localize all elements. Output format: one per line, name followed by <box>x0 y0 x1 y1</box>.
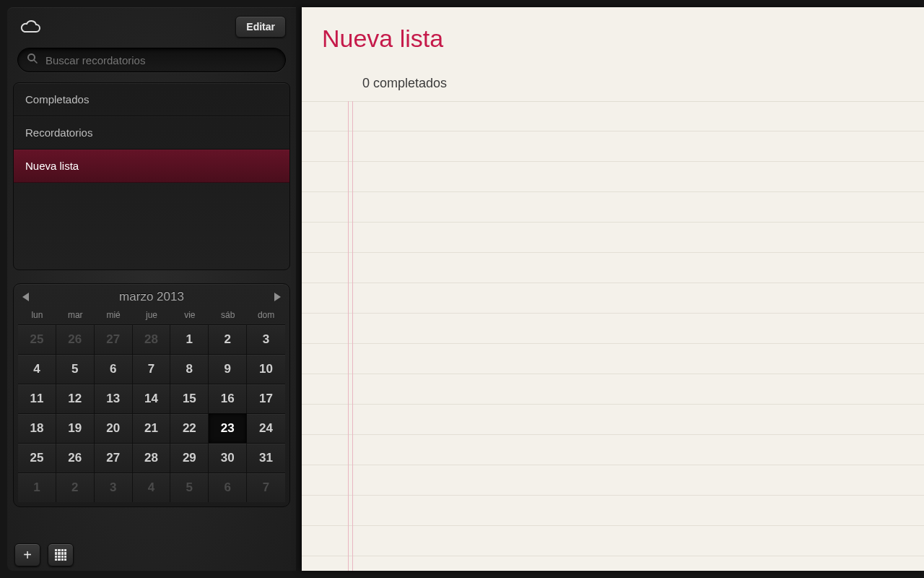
calendar-dow: dom <box>247 307 285 324</box>
calendar-day[interactable]: 18 <box>18 413 56 443</box>
calendar-day[interactable]: 4 <box>133 473 171 502</box>
sidebar-item[interactable]: Nueva lista <box>14 150 289 183</box>
topbar: Editar <box>7 7 296 43</box>
calendar-day[interactable]: 22 <box>170 413 209 443</box>
calendar-dow: mar <box>56 307 95 324</box>
edit-button[interactable]: Editar <box>235 16 286 38</box>
calendar-day[interactable]: 17 <box>247 384 285 413</box>
calendar-day[interactable]: 28 <box>133 443 171 473</box>
calendar-day[interactable]: 24 <box>247 413 285 443</box>
calendar-day[interactable]: 14 <box>133 384 171 413</box>
calendar-day[interactable]: 3 <box>247 324 285 354</box>
calendar-day[interactable]: 27 <box>95 324 133 354</box>
calendar-day[interactable]: 2 <box>209 324 247 354</box>
calendar-day[interactable]: 7 <box>247 473 285 502</box>
calendar-day[interactable]: 8 <box>170 354 209 384</box>
calendar-day[interactable]: 3 <box>95 473 133 502</box>
calendar: marzo 2013 lunmarmiéjueviesábdom 2526272… <box>13 283 290 507</box>
calendar-day[interactable]: 26 <box>56 443 95 473</box>
calendar-day[interactable]: 1 <box>170 324 209 354</box>
search-input[interactable] <box>38 54 276 66</box>
page-title: Nueva lista <box>302 7 924 66</box>
calendar-day[interactable]: 10 <box>247 354 285 384</box>
sidebar: Editar CompletadosRecordatoriosNueva lis… <box>7 7 296 571</box>
cloud-icon[interactable] <box>17 19 42 35</box>
calendar-day[interactable]: 5 <box>170 473 209 502</box>
calendar-day[interactable]: 15 <box>170 384 209 413</box>
sidebar-item[interactable]: Recordatorios <box>14 116 289 150</box>
calendar-day[interactable]: 31 <box>247 443 285 473</box>
search-wrap <box>7 43 296 82</box>
calendar-day[interactable]: 7 <box>133 354 171 384</box>
calendar-day[interactable]: 11 <box>18 384 56 413</box>
bottombar: + <box>7 536 296 571</box>
calendar-day[interactable]: 28 <box>133 324 171 354</box>
margin-line <box>352 101 353 571</box>
sidebar-item[interactable]: Completados <box>14 83 289 116</box>
calendar-toggle-button[interactable] <box>48 543 74 566</box>
calendar-dow: vie <box>170 307 209 324</box>
calendar-dow: lun <box>18 307 56 324</box>
calendar-day[interactable]: 6 <box>209 473 247 502</box>
margin-line <box>348 101 349 571</box>
calendar-day[interactable]: 30 <box>209 443 247 473</box>
calendar-day[interactable]: 26 <box>56 324 95 354</box>
calendar-title: marzo 2013 <box>119 290 184 304</box>
calendar-next-icon[interactable] <box>274 293 281 301</box>
calendar-day[interactable]: 6 <box>95 354 133 384</box>
calendar-day[interactable]: 23 <box>209 413 247 443</box>
completed-count[interactable]: 0 completados <box>302 66 924 102</box>
calendar-day[interactable]: 4 <box>18 354 56 384</box>
calendar-day[interactable]: 25 <box>18 443 56 473</box>
calendar-day[interactable]: 13 <box>95 384 133 413</box>
calendar-day[interactable]: 27 <box>95 443 133 473</box>
calendar-header: marzo 2013 <box>18 290 285 307</box>
calendar-dow: jue <box>133 307 171 324</box>
add-button[interactable]: + <box>14 543 40 566</box>
calendar-day[interactable]: 5 <box>56 354 95 384</box>
calendar-day[interactable]: 29 <box>170 443 209 473</box>
search-icon <box>27 53 38 67</box>
calendar-day[interactable]: 9 <box>209 354 247 384</box>
calendar-dow-row: lunmarmiéjueviesábdom <box>18 307 285 324</box>
calendar-dow: sáb <box>209 307 247 324</box>
plus-icon: + <box>23 547 32 564</box>
calendar-days: 2526272812345678910111213141516171819202… <box>18 324 285 502</box>
calendar-day[interactable]: 12 <box>56 384 95 413</box>
grid-icon <box>55 549 66 561</box>
calendar-prev-icon[interactable] <box>22 293 29 301</box>
lists-panel: CompletadosRecordatoriosNueva lista <box>13 82 290 270</box>
calendar-day[interactable]: 19 <box>56 413 95 443</box>
calendar-day[interactable]: 2 <box>56 473 95 502</box>
paper-lines <box>302 101 924 571</box>
main-panel: Nueva lista 0 completados <box>302 7 924 571</box>
calendar-day[interactable]: 1 <box>18 473 56 502</box>
calendar-day[interactable]: 16 <box>209 384 247 413</box>
calendar-day[interactable]: 20 <box>95 413 133 443</box>
search-field[interactable] <box>17 48 286 72</box>
calendar-day[interactable]: 21 <box>133 413 171 443</box>
calendar-dow: mié <box>95 307 133 324</box>
calendar-day[interactable]: 25 <box>18 324 56 354</box>
